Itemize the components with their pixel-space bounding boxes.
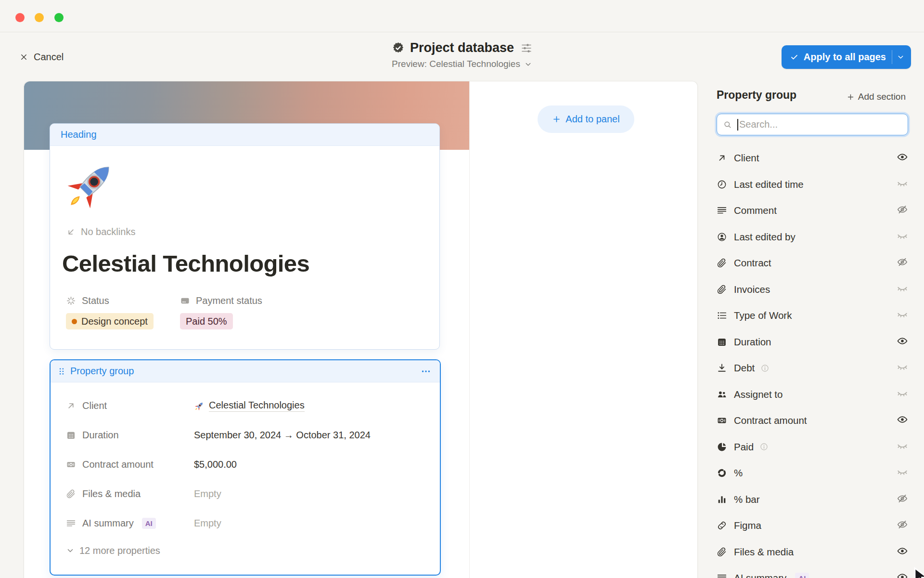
preview-selector[interactable]: Preview: Celestial Technologies: [392, 59, 532, 69]
eye-open-icon[interactable]: [897, 545, 908, 559]
toolbar-title-group: Project database Preview: Celestial Tech…: [392, 40, 532, 69]
eye-slash-icon[interactable]: [897, 519, 908, 532]
eye-open-icon[interactable]: [897, 151, 908, 165]
property-value[interactable]: $5,000.00: [194, 459, 237, 470]
property-row-client[interactable]: Client Celestial Technologies: [66, 391, 428, 420]
sidebar-item-figma[interactable]: Figma: [717, 512, 908, 539]
eye-open-icon[interactable]: [897, 571, 908, 578]
minimize-window-button[interactable]: [35, 13, 44, 22]
sidebar-item-contract-amount[interactable]: Contract amount: [717, 407, 908, 434]
field-label: Payment status: [196, 295, 262, 306]
info-icon[interactable]: [760, 364, 770, 373]
sidebar-item-files-media[interactable]: Files & media: [717, 539, 908, 565]
more-properties-toggle[interactable]: 12 more properties: [66, 542, 160, 559]
eye-slash-icon[interactable]: [897, 493, 908, 506]
property-value[interactable]: September 30, 2024 → October 31, 2024: [194, 430, 371, 441]
rocket-emoji-icon: [63, 157, 119, 213]
sidebar-item-comment[interactable]: Comment: [717, 197, 908, 224]
property-label: Comment: [734, 205, 777, 216]
eye-closed-icon[interactable]: [897, 309, 908, 322]
arrow-ne-icon: [717, 153, 727, 163]
property-row-files-media[interactable]: Files & media Empty: [66, 479, 428, 509]
ai-badge: AI: [795, 573, 809, 578]
property-label: Client: [82, 400, 107, 411]
sidebar-item-last-edited-time[interactable]: Last edited time: [717, 171, 908, 198]
property-row-ai-summary[interactable]: AI summaryAI Empty: [66, 509, 428, 538]
text-lines-icon: [66, 518, 76, 528]
property-row-duration[interactable]: Duration September 30, 2024 → October 31…: [66, 420, 428, 450]
search-icon: [723, 120, 732, 130]
sidebar-item-type-of-work[interactable]: Type of Work: [717, 302, 908, 329]
sidebar-item-[interactable]: %: [717, 460, 908, 486]
add-to-panel-button[interactable]: Add to panel: [538, 105, 634, 133]
page-title: Project database: [410, 40, 514, 55]
more-options-icon[interactable]: [421, 366, 431, 377]
app-window: { "titlebar": { "controls": [ {"name": "…: [0, 0, 924, 578]
sidebar-item-contract[interactable]: Contract: [717, 250, 908, 276]
cancel-button[interactable]: Cancel: [19, 48, 64, 66]
property-value[interactable]: Empty: [194, 518, 221, 529]
eye-open-icon[interactable]: [897, 335, 908, 349]
link-icon: [717, 520, 727, 531]
pie-icon: [717, 442, 727, 452]
property-group-block[interactable]: Property group Client Celestial Technolo…: [50, 359, 441, 576]
paperclip-icon: [717, 547, 727, 557]
property-label: Contract amount: [82, 459, 154, 470]
apply-to-all-pages-button[interactable]: Apply to all pages: [782, 45, 911, 69]
property-label: Figma: [734, 520, 761, 531]
apply-label: Apply to all pages: [804, 52, 886, 63]
info-icon[interactable]: [759, 442, 769, 451]
chevron-down-icon: [524, 60, 532, 68]
eye-closed-icon[interactable]: [897, 466, 908, 480]
sidebar-item-ai-summary[interactable]: AI summary AI: [717, 565, 908, 578]
add-section-button[interactable]: Add section: [847, 92, 906, 102]
close-window-button[interactable]: [15, 13, 25, 22]
property-value[interactable]: Celestial Technologies: [194, 400, 305, 412]
sidebar-item-client[interactable]: Client: [717, 145, 908, 171]
property-rows: Client Celestial Technologies Duration S…: [66, 391, 428, 538]
heading-field-payment-status: Payment status Paid 50%: [180, 295, 262, 329]
backlinks-row[interactable]: No backlinks: [66, 226, 135, 237]
payment-status-badge[interactable]: Paid 50%: [180, 313, 233, 329]
sidebar-item-last-edited-by[interactable]: Last edited by: [717, 224, 908, 250]
property-label: Files & media: [734, 546, 794, 558]
eye-closed-icon[interactable]: [897, 283, 908, 296]
status-badge[interactable]: Design concept: [66, 313, 154, 329]
chevron-down-icon[interactable]: [897, 53, 905, 61]
heading-block[interactable]: Heading No backlinks Celestial Technolog…: [50, 123, 440, 350]
drag-handle-icon[interactable]: [57, 367, 66, 376]
eye-closed-icon[interactable]: [897, 388, 908, 401]
property-label: Client: [734, 152, 759, 164]
preview-label: Preview: Celestial Technologies: [392, 59, 520, 69]
calendar-icon: [717, 337, 727, 347]
eye-closed-icon[interactable]: [897, 230, 908, 244]
eye-open-icon[interactable]: [897, 414, 908, 427]
eye-closed-icon[interactable]: [897, 178, 908, 191]
property-value[interactable]: Empty: [194, 488, 221, 499]
eye-slash-icon[interactable]: [897, 256, 908, 270]
eye-closed-icon[interactable]: [897, 440, 908, 454]
property-row-contract-amount[interactable]: Contract amount $5,000.00: [66, 450, 428, 479]
field-label: Status: [82, 295, 109, 306]
property-label: Files & media: [82, 488, 141, 499]
sidebar-item-paid[interactable]: Paid: [717, 434, 908, 460]
sidebar-item-bar[interactable]: % bar: [717, 486, 908, 513]
sliders-icon[interactable]: [521, 42, 532, 54]
arrow-down-left-icon: [66, 227, 76, 237]
add-section-label: Add section: [858, 92, 906, 102]
sidebar-item-duration[interactable]: Duration: [717, 329, 908, 355]
property-label: Invoices: [734, 284, 770, 295]
maximize-window-button[interactable]: [54, 13, 64, 22]
eye-slash-icon[interactable]: [897, 204, 908, 217]
editor-canvas: Add to panel Heading No backlinks Celest…: [24, 81, 698, 578]
money-icon: [66, 460, 76, 470]
calendar-icon: [66, 430, 76, 440]
eye-closed-icon[interactable]: [897, 361, 908, 375]
sidebar-title: Property group: [717, 89, 796, 102]
sidebar-item-assignet-to[interactable]: Assignet to: [717, 381, 908, 408]
search-input[interactable]: Search...: [717, 114, 908, 135]
property-group-label: Property group: [70, 366, 134, 377]
bar-chart-icon: [717, 494, 727, 505]
sidebar-item-invoices[interactable]: Invoices: [717, 276, 908, 303]
sidebar-item-debt[interactable]: Debt: [717, 355, 908, 381]
